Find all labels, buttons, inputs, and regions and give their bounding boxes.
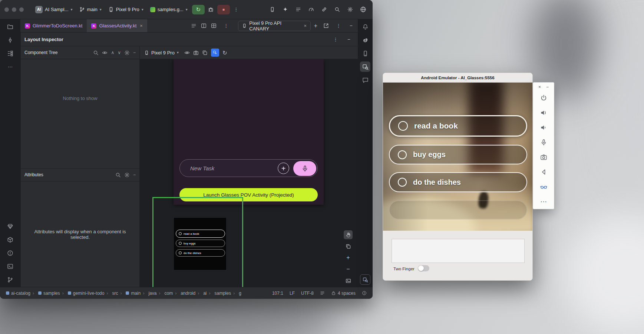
glasses-task-row[interactable]: read a book xyxy=(176,230,225,238)
hide-inspector-button[interactable]: − xyxy=(344,34,354,44)
problems-tool-button[interactable] xyxy=(5,248,16,258)
vcs-branch-selector[interactable]: main ▾ xyxy=(76,4,105,15)
tab-glimmertodoscreen[interactable]: K GlimmerToDoScreen.kt xyxy=(20,19,87,32)
assistant-chat-button[interactable] xyxy=(360,75,370,85)
zoom-to-fit-button[interactable] xyxy=(344,276,353,285)
open-in-window-button[interactable] xyxy=(321,21,331,31)
version-control-tool-button[interactable] xyxy=(5,274,16,285)
close-window-button[interactable] xyxy=(4,7,9,12)
breadcrumb-item[interactable]: samples xyxy=(207,291,231,296)
todo-list-button[interactable] xyxy=(293,4,303,15)
notifications-button[interactable] xyxy=(360,21,370,32)
task-radio-icon[interactable] xyxy=(398,178,407,187)
task-radio-icon[interactable] xyxy=(398,150,407,159)
editor-more-options-button[interactable]: ⋮ xyxy=(221,21,231,31)
camera-button[interactable] xyxy=(537,150,550,164)
emulator-text-input[interactable] xyxy=(392,239,525,263)
add-device-button[interactable]: + xyxy=(311,21,321,31)
more-tool-windows-button[interactable]: ⋯ xyxy=(5,61,16,72)
glasses-task-row[interactable]: buy eggs xyxy=(176,240,225,247)
refresh-preview-button[interactable]: ↻ xyxy=(222,50,227,56)
close-running-device-icon[interactable]: × xyxy=(304,23,307,28)
structure-tool-button[interactable] xyxy=(5,48,16,59)
hide-attributes-button[interactable]: − xyxy=(133,173,136,177)
back-button[interactable] xyxy=(537,164,550,179)
pan-mode-button[interactable] xyxy=(344,230,353,239)
expand-all-button[interactable]: ∨ xyxy=(118,50,121,55)
run-configuration-selector[interactable]: samples.g... ▾ xyxy=(147,4,191,15)
encoding-widget[interactable]: UTF-8 xyxy=(301,291,314,296)
project-selector[interactable]: AI AI Sampl... ▾ xyxy=(32,4,76,15)
launch-glasses-pov-button[interactable]: Launch Glasses POV Activity (Projected) xyxy=(179,188,318,201)
tree-settings-button[interactable] xyxy=(124,50,130,56)
search-everywhere-button[interactable] xyxy=(332,4,342,15)
minimize-window-button[interactable] xyxy=(12,7,16,12)
zoom-out-button[interactable]: − xyxy=(344,265,353,274)
breadcrumb-item[interactable]: com xyxy=(156,291,173,296)
volume-down-button[interactable] xyxy=(537,120,550,135)
phone-screen-preview[interactable]: New Task + Launch Glasses POV Activity (… xyxy=(174,59,324,205)
emulator-titlebar[interactable]: Android Emulator - AI_Glasses:5556 xyxy=(383,73,532,83)
hide-panel-button[interactable]: − xyxy=(346,21,356,31)
attributes-search-button[interactable] xyxy=(115,172,121,178)
breadcrumb-item[interactable]: android xyxy=(173,291,195,296)
preview-snapshot-button[interactable] xyxy=(193,50,199,56)
breadcrumb-item[interactable]: ai-catalog xyxy=(6,291,30,296)
running-device-tab[interactable]: Pixel 9 Pro API CANARY × xyxy=(238,21,311,31)
two-finger-toggle[interactable] xyxy=(418,265,429,271)
glasses-mode-button[interactable] xyxy=(537,179,550,194)
minimize-toolbar-icon[interactable]: − xyxy=(546,85,549,89)
layout-inspector-tool-button[interactable] xyxy=(360,61,370,72)
emulator-screen[interactable]: read a book buy eggs do the dishes xyxy=(383,83,532,231)
rerun-button[interactable]: ↻ xyxy=(192,5,205,14)
hide-tree-button[interactable]: − xyxy=(133,50,136,55)
tab-glassesactivity[interactable]: K GlassesActivity.kt × xyxy=(87,19,147,32)
stop-button[interactable]: ■ xyxy=(217,5,230,14)
glasses-screen-preview[interactable]: read a book buy eggs do the dishes xyxy=(174,217,227,270)
preview-canvas[interactable]: New Task + Launch Glasses POV Activity (… xyxy=(140,59,358,287)
commit-tool-button[interactable] xyxy=(5,35,16,45)
settings-button[interactable] xyxy=(345,4,355,15)
tree-search-button[interactable] xyxy=(93,50,99,56)
close-toolbar-icon[interactable]: × xyxy=(538,85,541,89)
cursor-position-widget[interactable]: 107:1 xyxy=(272,291,283,296)
terminal-tool-button[interactable] xyxy=(5,261,16,271)
attributes-settings-button[interactable] xyxy=(124,172,130,178)
toggle-deep-inspect-button[interactable] xyxy=(211,49,219,57)
profiler-button[interactable] xyxy=(306,4,316,15)
breadcrumb-item[interactable]: main xyxy=(118,291,141,296)
inspections-widget[interactable] xyxy=(362,291,367,295)
line-separator-widget[interactable]: LF xyxy=(290,291,295,296)
dependencies-tool-button[interactable] xyxy=(5,221,16,231)
volume-up-button[interactable] xyxy=(537,105,550,120)
inspector-more-options-button[interactable]: ⋮ xyxy=(330,34,341,44)
gemini-button[interactable] xyxy=(280,4,290,15)
zoom-in-button[interactable]: + xyxy=(344,253,353,262)
project-tool-button[interactable] xyxy=(5,21,16,32)
task-radio-icon[interactable] xyxy=(398,121,408,131)
running-devices-dock-button[interactable] xyxy=(360,274,370,285)
gradle-tool-button[interactable] xyxy=(360,35,370,45)
breadcrumb-item[interactable]: samples xyxy=(30,291,60,296)
breadcrumb-item[interactable]: gemini-live-todo xyxy=(60,291,105,296)
device-manager-button[interactable] xyxy=(360,48,370,59)
add-task-button[interactable]: + xyxy=(278,163,289,174)
breadcrumb-item[interactable]: ai xyxy=(195,291,207,296)
close-tab-icon[interactable]: × xyxy=(140,23,143,28)
tree-visibility-button[interactable] xyxy=(102,50,108,56)
panel-more-options-button[interactable]: ⋮ xyxy=(333,21,344,31)
more-controls-button[interactable]: ⋯ xyxy=(537,194,550,209)
grid-layout-icon[interactable] xyxy=(211,23,217,29)
preview-layers-button[interactable] xyxy=(202,50,208,56)
breadcrumb-item[interactable]: src xyxy=(104,291,118,296)
profile-button[interactable] xyxy=(358,4,368,15)
microphone-button[interactable] xyxy=(537,135,550,150)
zoom-window-button[interactable] xyxy=(19,7,24,12)
run-more-options-button[interactable]: ⋮ xyxy=(231,4,241,15)
plugins-button[interactable] xyxy=(319,4,329,15)
breadcrumb-item[interactable]: g xyxy=(231,291,241,296)
layer-mode-button[interactable] xyxy=(344,242,353,251)
task-item-selected[interactable]: read a book xyxy=(389,115,527,137)
collapse-all-button[interactable]: ∧ xyxy=(111,50,114,55)
breadcrumb-item[interactable]: java xyxy=(141,291,156,296)
